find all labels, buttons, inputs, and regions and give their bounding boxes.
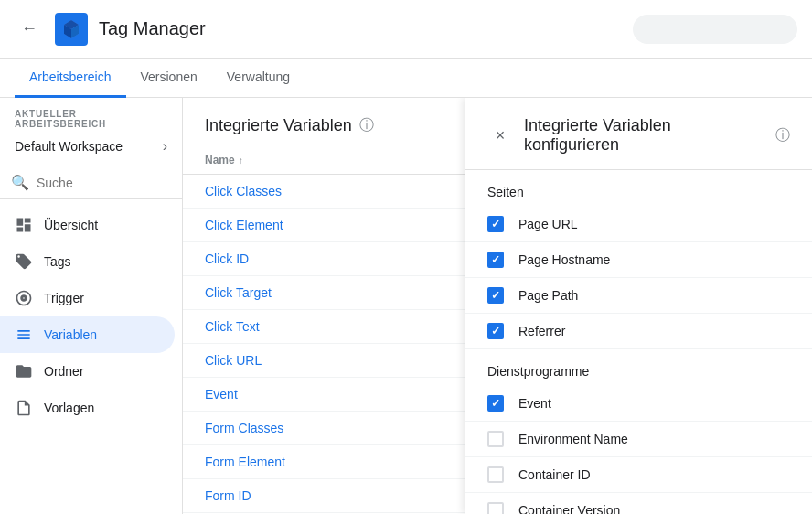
- checkbox-label-event: Event: [518, 396, 551, 411]
- checkbox-label-environment-name: Environment Name: [518, 432, 628, 446]
- app-title: Tag Manager: [99, 18, 206, 39]
- trigger-icon: [15, 289, 33, 307]
- checkbox-row-container-id[interactable]: Container ID: [465, 457, 812, 493]
- ordner-icon: [15, 362, 33, 380]
- checkbox-row-container-version[interactable]: Container Version: [465, 493, 812, 514]
- sort-arrow-icon: ↑: [239, 155, 243, 166]
- workspace-name-button[interactable]: Default Workspace ›: [15, 134, 167, 158]
- content-help-icon[interactable]: ⓘ: [359, 116, 374, 135]
- panel-help-icon[interactable]: ⓘ: [775, 126, 790, 145]
- tab-arbeitsbereich[interactable]: Arbeitsbereich: [15, 59, 126, 98]
- sidebar-item-variablen[interactable]: Variablen: [0, 316, 175, 353]
- sidebar-item-vorlagen-label: Vorlagen: [44, 401, 94, 415]
- right-panel: × Integrierte Variablen konfigurieren ⓘ …: [465, 98, 812, 514]
- logo: [55, 13, 88, 46]
- sidebar-item-tags[interactable]: Tags: [0, 243, 175, 280]
- checkbox-row-environment-name[interactable]: Environment Name: [465, 422, 812, 457]
- checkbox-row-referrer[interactable]: Referrer: [465, 314, 812, 349]
- checkbox-container-id[interactable]: [487, 466, 504, 483]
- tab-verwaltung[interactable]: Verwaltung: [212, 59, 304, 98]
- tab-versionen[interactable]: Versionen: [126, 59, 212, 98]
- panel-title: Integrierte Variablen konfigurieren: [524, 116, 764, 155]
- vorlagen-icon: [15, 399, 33, 417]
- checkbox-row-page-path[interactable]: Page Path: [465, 278, 812, 314]
- content-title: Integrierte Variablen ⓘ: [205, 116, 374, 135]
- sidebar-item-variablen-label: Variablen: [44, 327, 97, 342]
- panel-section-dienstprogramme: Dienstprogramme: [465, 349, 812, 386]
- checkbox-label-container-version: Container Version: [518, 503, 620, 514]
- sidebar-item-trigger[interactable]: Trigger: [0, 280, 175, 316]
- nav-tabs: Arbeitsbereich Versionen Verwaltung: [0, 59, 812, 98]
- checkbox-page-hostname[interactable]: [487, 252, 504, 268]
- sidebar-item-trigger-label: Trigger: [44, 291, 84, 305]
- panel-header: × Integrierte Variablen konfigurieren ⓘ: [465, 98, 812, 170]
- sidebar-nav: Übersicht Tags Trigger Variablen: [0, 199, 182, 434]
- checkbox-page-path[interactable]: [487, 287, 504, 304]
- checkbox-label-container-id: Container ID: [518, 467, 591, 482]
- checkbox-row-event[interactable]: Event: [465, 386, 812, 422]
- sidebar-item-ordner[interactable]: Ordner: [0, 353, 175, 390]
- main-layout: AKTUELLER ARBEITSBEREICH Default Workspa…: [0, 98, 812, 514]
- sidebar-search-input[interactable]: [37, 176, 171, 190]
- header: ← Tag Manager: [0, 0, 812, 59]
- panel-section-seiten: Seiten: [465, 170, 812, 207]
- checkbox-row-page-hostname[interactable]: Page Hostname: [465, 242, 812, 278]
- sidebar-item-ubersicht-label: Übersicht: [44, 218, 98, 232]
- checkbox-label-referrer: Referrer: [518, 324, 565, 338]
- tags-icon: [15, 252, 33, 271]
- table-col-name: Name ↑: [205, 154, 243, 166]
- content-area: Integrierte Variablen ⓘ Name ↑ Click Cla…: [183, 98, 812, 514]
- variablen-icon: [15, 326, 33, 344]
- search-icon: 🔍: [11, 174, 29, 191]
- panel-body: Seiten Page URL Page Hostname Page Path …: [465, 170, 812, 514]
- workspace-section: AKTUELLER ARBEITSBEREICH Default Workspa…: [0, 98, 182, 166]
- sidebar-item-tags-label: Tags: [44, 254, 71, 269]
- checkbox-container-version[interactable]: [487, 502, 504, 514]
- workspace-label: AKTUELLER ARBEITSBEREICH: [15, 109, 167, 129]
- panel-close-button[interactable]: ×: [487, 123, 513, 148]
- sidebar-item-vorlagen[interactable]: Vorlagen: [0, 390, 175, 426]
- checkbox-label-page-hostname: Page Hostname: [518, 252, 610, 267]
- sidebar-item-ubersicht[interactable]: Übersicht: [0, 207, 175, 243]
- sidebar-item-ordner-label: Ordner: [44, 364, 84, 379]
- overview-icon: [15, 216, 33, 234]
- checkbox-event[interactable]: [487, 395, 504, 412]
- checkbox-label-page-url: Page URL: [518, 217, 578, 231]
- checkbox-row-page-url[interactable]: Page URL: [465, 207, 812, 242]
- header-search-input[interactable]: [633, 15, 797, 44]
- checkbox-page-url[interactable]: [487, 216, 504, 232]
- back-button[interactable]: ←: [15, 15, 44, 44]
- sidebar: AKTUELLER ARBEITSBEREICH Default Workspa…: [0, 98, 183, 514]
- checkbox-environment-name[interactable]: [487, 431, 504, 447]
- checkbox-referrer[interactable]: [487, 323, 504, 339]
- sidebar-search-box: 🔍: [0, 166, 182, 199]
- checkbox-label-page-path: Page Path: [518, 288, 578, 303]
- workspace-chevron-icon: ›: [163, 138, 167, 155]
